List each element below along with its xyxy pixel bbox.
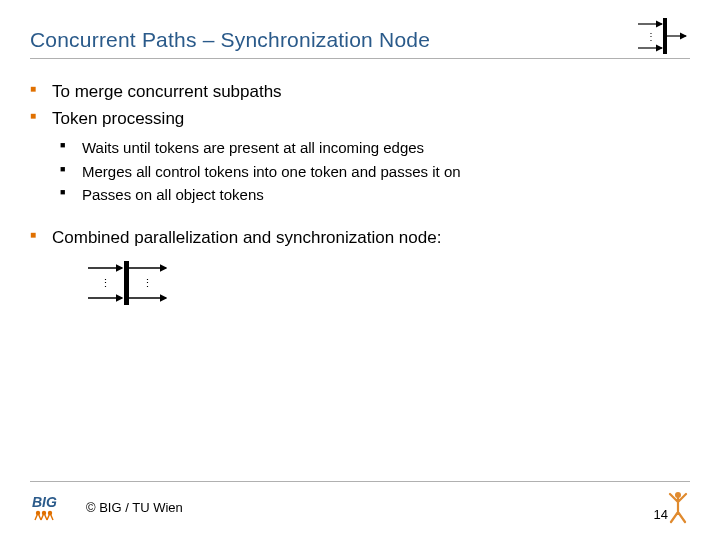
slide-footer: BIG © BIG / TU Wien 14 (30, 492, 690, 522)
svg-text:⋮: ⋮ (646, 31, 656, 42)
sub-bullet-list: Waits until tokens are present at all in… (30, 137, 690, 207)
svg-text:⋮: ⋮ (142, 277, 153, 289)
sync-node-icon: ⋮ (632, 16, 688, 56)
bullet-list: To merge concurrent subpaths Token proce… (30, 80, 690, 131)
big-logo-icon: BIG (30, 493, 74, 521)
slide-title: Concurrent Paths – Synchronization Node (30, 28, 690, 52)
spacer (30, 208, 690, 226)
slide: Concurrent Paths – Synchronization Node … (0, 0, 720, 540)
footer-divider (30, 481, 690, 482)
bullet-item: Combined parallelization and synchroniza… (30, 226, 690, 251)
svg-text:⋮: ⋮ (100, 277, 111, 289)
person-icon (666, 490, 690, 524)
slide-header: Concurrent Paths – Synchronization Node (30, 28, 690, 59)
slide-content: To merge concurrent subpaths Token proce… (30, 80, 690, 312)
sub-bullet-item: Merges all control tokens into one token… (60, 161, 690, 184)
bullet-item: Token processing (30, 107, 690, 132)
copyright-text: © BIG / TU Wien (86, 500, 183, 515)
title-divider (30, 58, 690, 59)
bullet-item: To merge concurrent subpaths (30, 80, 690, 105)
combined-node-icon: ⋮ ⋮ (82, 258, 690, 312)
svg-rect-8 (124, 261, 129, 305)
sub-bullet-item: Passes on all object tokens (60, 184, 690, 207)
svg-rect-3 (663, 18, 667, 54)
sub-bullet-item: Waits until tokens are present at all in… (60, 137, 690, 160)
svg-text:BIG: BIG (32, 494, 57, 510)
bullet-list: Combined parallelization and synchroniza… (30, 226, 690, 251)
